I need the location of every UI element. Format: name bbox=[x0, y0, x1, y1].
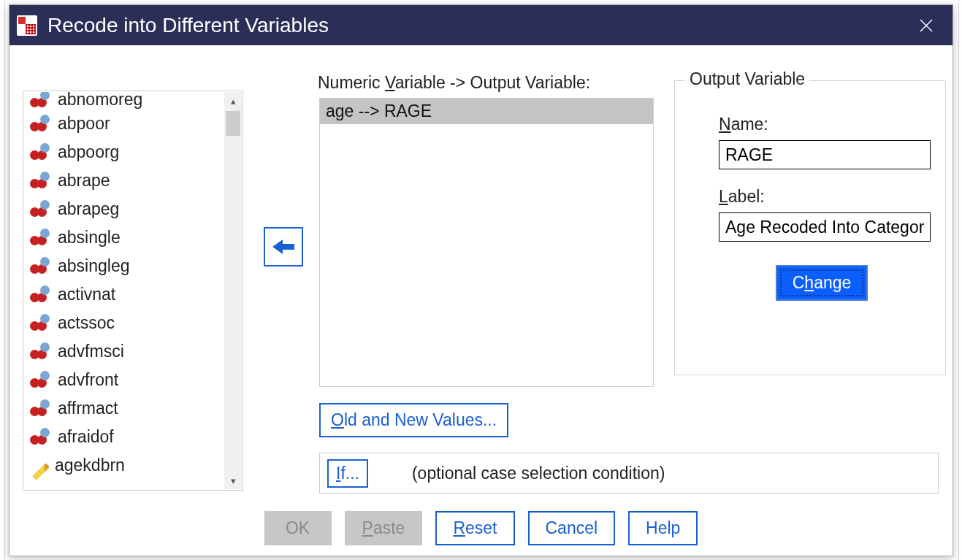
output-name-label: Name: bbox=[719, 115, 925, 134]
list-item[interactable]: activnat bbox=[24, 280, 224, 309]
pair-list-label: Numeric Variable -> Output Variable: bbox=[318, 73, 590, 93]
variable-name: advfmsci bbox=[58, 342, 124, 361]
dialog-title: Recode into Different Variables bbox=[47, 14, 912, 37]
nominal-icon bbox=[30, 342, 52, 361]
list-item[interactable]: agekdbrn bbox=[24, 451, 224, 480]
nominal-icon bbox=[30, 229, 52, 248]
nominal-icon bbox=[30, 200, 52, 219]
source-variable-list[interactable]: abnomoreg abpoor abpoorg abrape abrapeg … bbox=[23, 91, 243, 491]
output-name-input[interactable] bbox=[719, 140, 931, 169]
cancel-button[interactable]: Cancel bbox=[528, 511, 616, 545]
variable-name: abpoorg bbox=[58, 142, 119, 162]
list-item[interactable]: absingleg bbox=[24, 252, 224, 280]
close-button[interactable] bbox=[912, 11, 941, 40]
pair-row-selected[interactable]: age --> RAGE bbox=[320, 99, 653, 124]
variable-name: abrapeg bbox=[58, 199, 119, 219]
recode-dialog: Recode into Different Variables abnomore… bbox=[9, 4, 953, 556]
variable-name: absingle bbox=[58, 228, 121, 248]
nominal-icon bbox=[30, 143, 52, 162]
list-item[interactable]: advfront bbox=[24, 366, 224, 394]
nominal-icon bbox=[30, 115, 52, 134]
output-label-label: Label: bbox=[719, 187, 925, 207]
nominal-icon bbox=[30, 371, 52, 390]
nominal-icon bbox=[30, 314, 52, 333]
output-variable-group: Output Variable Name: Label: Change bbox=[674, 80, 946, 375]
scroll-down-arrow[interactable]: ▾ bbox=[224, 472, 242, 489]
list-item[interactable]: abnomoreg bbox=[24, 92, 224, 110]
variable-name: abrape bbox=[58, 171, 110, 191]
variable-name: afraidof bbox=[58, 427, 114, 447]
scroll-up-arrow[interactable]: ▴ bbox=[224, 92, 242, 110]
move-variable-button[interactable] bbox=[264, 227, 303, 266]
if-condition-row: If... (optional case selection condition… bbox=[319, 453, 939, 494]
variable-name: actssoc bbox=[58, 313, 115, 333]
variable-name: affrmact bbox=[58, 399, 118, 418]
old-new-values-button[interactable]: Old and New Values... bbox=[319, 403, 508, 437]
close-icon bbox=[919, 18, 934, 33]
change-button[interactable]: Change bbox=[777, 266, 867, 299]
app-icon bbox=[17, 15, 37, 36]
if-button[interactable]: If... bbox=[327, 459, 368, 488]
dialog-button-row: OK Paste Reset Cancel Help bbox=[9, 511, 953, 545]
variable-name: abpoor bbox=[58, 114, 110, 134]
list-item[interactable]: afraidof bbox=[24, 423, 224, 451]
output-variable-legend: Output Variable bbox=[685, 69, 809, 89]
help-button[interactable]: Help bbox=[628, 511, 698, 545]
scale-icon bbox=[32, 462, 50, 480]
variable-name: absingleg bbox=[58, 256, 129, 276]
ok-button[interactable]: OK bbox=[264, 511, 332, 545]
paste-button[interactable]: Paste bbox=[345, 511, 423, 545]
variable-name: activnat bbox=[58, 285, 115, 304]
arrow-left-icon bbox=[272, 238, 294, 256]
list-item[interactable]: absingle bbox=[24, 223, 224, 252]
variable-name: abnomoreg bbox=[58, 92, 142, 110]
scrollbar[interactable]: ▴ ▾ bbox=[224, 92, 242, 489]
list-item[interactable]: abpoor bbox=[24, 110, 224, 138]
nominal-icon bbox=[30, 92, 52, 110]
list-item[interactable]: abpoorg bbox=[24, 138, 224, 166]
nominal-icon bbox=[30, 285, 52, 304]
list-item[interactable]: advfmsci bbox=[24, 337, 224, 366]
list-item[interactable]: abrapeg bbox=[24, 195, 224, 223]
reset-button[interactable]: Reset bbox=[435, 511, 514, 545]
if-condition-text: (optional case selection condition) bbox=[412, 464, 665, 483]
variable-name: agekdbrn bbox=[55, 456, 125, 475]
variable-name: advfront bbox=[58, 370, 118, 390]
output-label-input[interactable] bbox=[719, 212, 931, 242]
titlebar: Recode into Different Variables bbox=[9, 5, 953, 45]
variable-list-viewport: abnomoreg abpoor abpoorg abrape abrapeg … bbox=[24, 92, 224, 489]
nominal-icon bbox=[30, 257, 52, 276]
pair-listbox[interactable]: age --> RAGE bbox=[319, 98, 654, 387]
nominal-icon bbox=[30, 428, 52, 447]
list-item[interactable]: abrape bbox=[24, 166, 224, 195]
nominal-icon bbox=[30, 172, 52, 191]
scroll-thumb[interactable] bbox=[226, 111, 240, 136]
nominal-icon bbox=[30, 399, 52, 418]
list-item[interactable]: actssoc bbox=[24, 309, 224, 337]
dialog-content: abnomoreg abpoor abpoorg abrape abrapeg … bbox=[9, 45, 953, 556]
list-item[interactable]: affrmact bbox=[24, 394, 224, 423]
